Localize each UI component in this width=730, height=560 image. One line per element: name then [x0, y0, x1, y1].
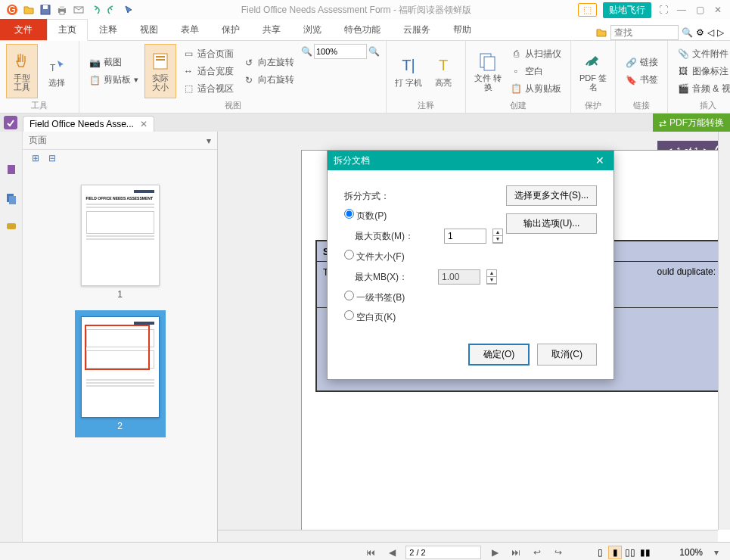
open-icon[interactable] — [23, 4, 35, 16]
panel-menu-icon[interactable]: ▾ — [207, 135, 211, 146]
comments-panel-icon[interactable] — [4, 219, 19, 235]
close-icon[interactable]: ✕ — [712, 4, 724, 16]
audio-video-button[interactable]: 🎬音频 & 视频 — [674, 81, 730, 97]
radio-pages[interactable]: 页数(P) — [344, 209, 387, 222]
save-icon[interactable] — [39, 4, 51, 16]
menu-tab-share[interactable]: 共享 — [251, 19, 292, 40]
badge-teal[interactable]: 贴地飞行 — [603, 2, 651, 18]
pages-panel-icon[interactable] — [4, 191, 19, 206]
cancel-button[interactable]: 取消(C) — [537, 344, 597, 366]
pdf-sign-button[interactable]: PDF 签名 — [577, 44, 609, 98]
view-continuous-icon[interactable]: ▮ — [608, 546, 622, 559]
rotate-left-button[interactable]: ↺向左旋转 — [240, 54, 297, 70]
max-pages-input[interactable] — [444, 229, 486, 244]
ok-button[interactable]: 确定(O) — [468, 344, 530, 366]
menu-tab-home[interactable]: 主页 — [47, 19, 88, 41]
menu-file[interactable]: 文件 — [0, 19, 47, 40]
thumbnail-item[interactable]: FIELD OFFICE NEEDS ASSESSMENT 1 — [81, 185, 160, 300]
rotate-right-button[interactable]: ↻向右旋转 — [240, 72, 297, 88]
from-clipboard-button[interactable]: 📋从剪贴板 — [507, 81, 564, 97]
output-options-button[interactable]: 输出选项(U)... — [506, 213, 597, 234]
hand-tool-button[interactable]: 手型 工具 — [6, 44, 38, 98]
home-badge-icon[interactable] — [3, 115, 18, 130]
max-pages-spinner[interactable]: ▲▼ — [492, 229, 503, 244]
menu-tab-annot[interactable]: 注释 — [88, 19, 129, 40]
radio-filesize[interactable]: 文件大小(F) — [344, 250, 405, 263]
badge-orange[interactable]: ⬚ — [578, 3, 597, 17]
undo-icon[interactable] — [89, 4, 101, 16]
split-dialog: 拆分文档 ✕ 拆分方式： 页数(P) 最大页数(M)：▲▼ 文件大小(F) 最大… — [327, 150, 614, 380]
last-page-icon[interactable]: ⏭ — [508, 545, 523, 560]
prev-page-icon[interactable]: ◀ — [384, 545, 399, 560]
bookmark-panel-icon[interactable] — [4, 162, 19, 177]
vertical-scrollbar[interactable] — [718, 132, 730, 530]
max-mb-label: 最大MB(X)： — [355, 271, 408, 284]
nav-prev-icon[interactable]: ◁ — [707, 27, 714, 38]
nav-fwd-icon[interactable]: ↪ — [551, 545, 566, 560]
fit-visible-button[interactable]: ⬚适合视区 — [179, 81, 237, 97]
view-facing-icon[interactable]: ▯▯ — [623, 546, 637, 559]
blank-page-button[interactable]: ▫空白 — [507, 64, 564, 79]
bookmark-button[interactable]: 🔖书签 — [622, 72, 661, 88]
page-input[interactable] — [405, 546, 481, 559]
more-files-button[interactable]: 选择更多文件(S)... — [506, 185, 597, 206]
zoom-out-icon[interactable]: 🔍 — [300, 45, 312, 58]
fit-width-button[interactable]: ↔适合宽度 — [179, 64, 237, 79]
view-single-icon[interactable]: ▯ — [593, 546, 607, 559]
nav-next-icon[interactable]: ▷ — [717, 27, 724, 38]
image-annot-button[interactable]: 🖼图像标注 — [674, 64, 730, 79]
menu-tab-browse[interactable]: 浏览 — [292, 19, 333, 40]
ribbon-group-links-label: 链接 — [622, 98, 661, 111]
menu-tab-form[interactable]: 表单 — [169, 19, 210, 40]
file-convert-button[interactable]: 文件 转换 — [472, 44, 504, 98]
snapshot-button[interactable]: 📷截图 — [85, 54, 141, 70]
dialog-close-icon[interactable]: ✕ — [592, 154, 607, 166]
search-icon[interactable]: 🔍 — [682, 27, 693, 38]
thumb-expand-icon[interactable]: ⊞ — [32, 153, 39, 168]
gear-icon[interactable]: ⚙ — [696, 27, 704, 38]
zoom-in-icon[interactable]: 🔍 — [368, 46, 380, 57]
radio-blank[interactable]: 空白页(K) — [344, 310, 396, 324]
search-input[interactable] — [610, 25, 679, 40]
minimize-icon[interactable]: — — [676, 4, 688, 16]
menu-tab-help[interactable]: 帮助 — [442, 19, 483, 40]
actual-size-button[interactable]: 实际 大小 — [144, 44, 176, 98]
pdf-convert-button[interactable]: ⇄PDF万能转换 — [653, 114, 730, 132]
email-icon[interactable] — [73, 4, 85, 16]
menu-tab-protect[interactable]: 保护 — [210, 19, 251, 40]
first-page-icon[interactable]: ⏮ — [363, 545, 378, 560]
highlight-button[interactable]: T高亮 — [427, 44, 459, 98]
fit-page-button[interactable]: ▭适合页面 — [179, 46, 237, 62]
zoom-dropdown-icon[interactable]: ▾ — [709, 545, 724, 560]
max-mb-spinner[interactable]: ▲▼ — [486, 269, 497, 285]
horizontal-scrollbar[interactable] — [218, 530, 718, 542]
clipboard-button[interactable]: 📋剪贴板 ▾ — [85, 72, 141, 88]
view-cont-facing-icon[interactable]: ▮▮ — [638, 546, 652, 559]
thumbnail-panel: 页面▾ ⊞ ⊟ FIELD OFFICE NEEDS ASSESSMENT 1 … — [23, 132, 218, 542]
maximize-icon[interactable]: ▢ — [694, 4, 706, 16]
print-icon[interactable] — [56, 4, 68, 16]
menu-tab-view[interactable]: 视图 — [129, 19, 169, 40]
link-button[interactable]: 🔗链接 — [622, 54, 661, 70]
folder-search-icon[interactable] — [595, 26, 607, 39]
document-tab-close[interactable]: ✕ — [140, 119, 148, 129]
menu-tab-cloud[interactable]: 云服务 — [392, 19, 442, 40]
menu-tab-feature[interactable]: 特色功能 — [333, 19, 392, 40]
typewriter-button[interactable]: T|打 字机 — [393, 44, 424, 98]
from-scanner-button[interactable]: ⎙从扫描仪 — [507, 46, 564, 62]
dialog-titlebar: 拆分文档 ✕ — [328, 151, 614, 170]
zoom-combo[interactable] — [314, 44, 367, 59]
max-mb-input[interactable] — [438, 269, 480, 285]
expand-icon[interactable]: ⛶ — [657, 4, 669, 16]
nav-back-icon[interactable]: ↩ — [530, 545, 545, 560]
thumb-collapse-icon[interactable]: ⊟ — [48, 153, 56, 168]
select-tool-button[interactable]: T选择 — [41, 44, 73, 98]
cursor-icon[interactable] — [123, 4, 135, 16]
thumbnail-item[interactable]: 2 — [75, 310, 166, 437]
document-tab[interactable]: Field Office Needs Asse... ✕ — [23, 116, 154, 132]
attach-button[interactable]: 📎文件附件 — [674, 46, 730, 62]
radio-bookmark[interactable]: 一级书签(B) — [344, 291, 405, 304]
next-page-icon[interactable]: ▶ — [487, 545, 502, 560]
svg-rect-5 — [60, 6, 64, 9]
redo-icon[interactable] — [106, 4, 118, 16]
